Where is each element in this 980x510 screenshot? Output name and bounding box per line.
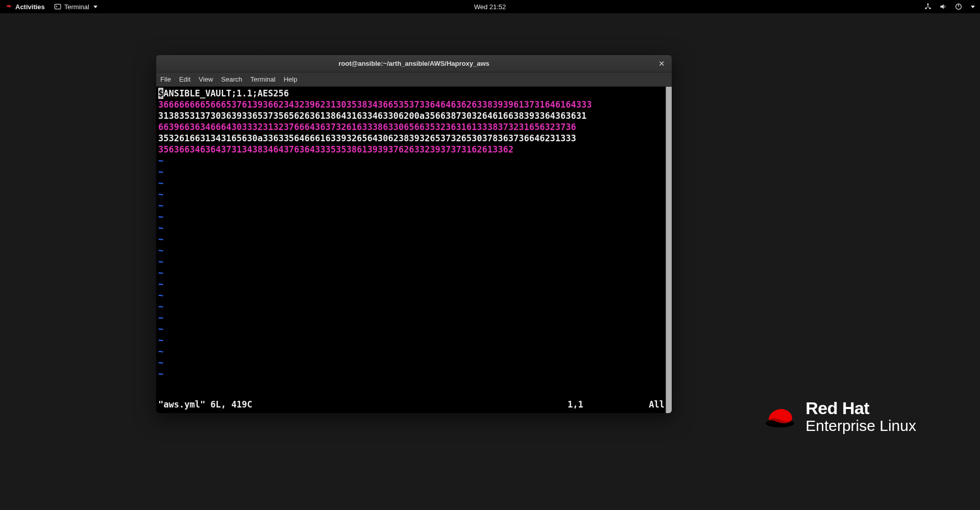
menu-file[interactable]: File xyxy=(160,75,171,83)
redhat-icon xyxy=(5,3,12,11)
redhat-fedora-icon xyxy=(764,404,796,428)
vault-cipher-line: 3563663463643731343834643763643335353861… xyxy=(158,144,670,155)
status-file: "aws.yml" 6L, 419C xyxy=(158,399,568,410)
vim-empty-line: ~ xyxy=(158,211,670,222)
chevron-down-icon xyxy=(971,6,975,8)
terminal-app-icon xyxy=(54,3,61,10)
network-icon xyxy=(924,3,932,11)
svg-point-1 xyxy=(927,4,929,5)
vim-empty-line: ~ xyxy=(158,177,670,189)
vim-empty-line: ~ xyxy=(158,222,670,234)
vim-empty-line: ~ xyxy=(158,335,670,346)
power-icon xyxy=(954,3,963,11)
window-titlebar[interactable]: root@ansible:~/arth_ansible/AWS/Haproxy_… xyxy=(156,55,672,72)
vault-cipher-line: 3666666665666537613936623432396231303538… xyxy=(158,99,670,110)
menu-search[interactable]: Search xyxy=(221,75,242,83)
volume-icon xyxy=(939,3,947,11)
menu-edit[interactable]: Edit xyxy=(179,75,190,83)
vim-empty-line: ~ xyxy=(158,245,670,256)
vim-empty-line: ~ xyxy=(158,301,670,312)
status-position: 1,1 xyxy=(568,399,634,410)
status-percent: All xyxy=(634,399,665,410)
vault-cipher-line: 3138353137303639336537356562636138643163… xyxy=(158,110,670,121)
vault-cipher-line: 3532616631343165630a33633564666163393265… xyxy=(158,133,670,144)
clock-label: Wed 21:52 xyxy=(474,3,506,11)
vim-empty-line: ~ xyxy=(158,267,670,278)
current-app-menu[interactable]: Terminal xyxy=(54,3,97,11)
vim-empty-line: ~ xyxy=(158,312,670,323)
vim-empty-line: ~ xyxy=(158,234,670,245)
brand-line2: Enterprise Linux xyxy=(805,418,916,434)
vim-empty-line: ~ xyxy=(158,290,670,301)
chevron-down-icon xyxy=(93,6,97,8)
menu-help[interactable]: Help xyxy=(284,75,298,83)
vim-status-line: "aws.yml" 6L, 419C 1,1 All xyxy=(158,399,665,410)
vim-empty-line: ~ xyxy=(158,346,670,357)
terminal-menubar: File Edit View Search Terminal Help xyxy=(156,72,672,87)
cursor: $ xyxy=(158,88,163,99)
vim-empty-line: ~ xyxy=(158,357,670,368)
clock[interactable]: Wed 21:52 xyxy=(474,3,506,11)
menu-view[interactable]: View xyxy=(199,75,213,83)
redhat-brand-logo: Red Hat Enterprise Linux xyxy=(764,399,916,434)
terminal-viewport[interactable]: $ANSIBLE_VAULT;1.1;AES256 36666666656665… xyxy=(156,87,672,413)
terminal-window: root@ansible:~/arth_ansible/AWS/Haproxy_… xyxy=(156,55,672,413)
vim-empty-line: ~ xyxy=(158,256,670,267)
close-icon: ✕ xyxy=(658,60,665,67)
vault-cipher-line: 6639663634666430333231323766643637326163… xyxy=(158,121,670,133)
vim-empty-line: ~ xyxy=(158,189,670,200)
vault-header-line: $ANSIBLE_VAULT;1.1;AES256 xyxy=(158,88,670,99)
vim-empty-line: ~ xyxy=(158,323,670,335)
current-app-label: Terminal xyxy=(64,3,89,11)
vault-header-text: ANSIBLE_VAULT;1.1;AES256 xyxy=(163,88,289,98)
activities-button[interactable]: Activities xyxy=(5,3,45,11)
system-tray[interactable] xyxy=(924,3,975,11)
vim-empty-line: ~ xyxy=(158,200,670,211)
vim-empty-line: ~ xyxy=(158,278,670,290)
vim-empty-line: ~ xyxy=(158,155,670,166)
close-button[interactable]: ✕ xyxy=(656,59,667,69)
vim-empty-line: ~ xyxy=(158,368,670,379)
gnome-topbar: Activities Terminal Wed 21:52 xyxy=(0,0,980,13)
activities-label: Activities xyxy=(15,3,45,11)
brand-line1: Red Hat xyxy=(805,399,916,418)
svg-rect-0 xyxy=(55,4,61,9)
menu-terminal[interactable]: Terminal xyxy=(251,75,276,83)
terminal-scrollbar[interactable] xyxy=(666,87,672,413)
window-title: root@ansible:~/arth_ansible/AWS/Haproxy_… xyxy=(338,60,489,67)
vim-empty-line: ~ xyxy=(158,166,670,177)
